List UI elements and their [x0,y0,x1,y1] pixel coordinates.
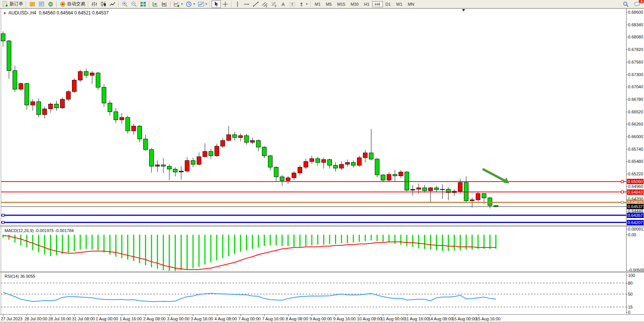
fibonacci-icon: F [271,1,277,7]
text-label-button[interactable]: T [288,0,297,8]
crosshair-button[interactable] [221,0,230,8]
time-axis[interactable]: 27 Jul 202328 Jul 00:0028 Jul 16:0031 Ju… [0,315,644,321]
panel-splitter[interactable] [0,225,644,227]
price-tick-label: 0.66520 [628,110,643,114]
time-tick [264,315,265,316]
signals-button[interactable] [46,0,55,8]
text-button[interactable]: A [279,0,288,8]
price-line-badge: 0.64843 [627,189,644,195]
shift-marker-icon[interactable] [462,9,465,11]
candle [250,138,255,145]
time-tick-label: 31 Jul 08:00 [72,317,95,321]
templates-button[interactable]: ▾ [196,0,209,8]
timeframe-h1-button[interactable]: H1 [361,1,372,7]
time-tick-label: 15 Aug 00:00 [452,317,477,321]
timeframe-d1-button[interactable]: D1 [383,1,394,7]
price-line-badge: 0.64207 [627,220,644,225]
equidistant-channel-button[interactable]: E [260,0,269,8]
timeframe-m30-button[interactable]: M30 [348,1,361,7]
panel-splitter[interactable] [0,271,644,273]
rsi-axis-label: 80 [628,281,633,285]
macd-panel[interactable] [0,227,626,271]
horizontal-line-button[interactable] [242,0,251,8]
candle [387,172,391,182]
price-chart[interactable] [0,8,626,225]
zoom-out-button[interactable] [129,0,139,8]
auto-scroll-button[interactable] [151,0,160,8]
time-tick-label: 15 Aug 16:00 [476,317,501,321]
time-tick-label: 2 Aug 08:00 [143,317,166,321]
line-handle[interactable] [2,214,4,216]
timeframe-m1-button[interactable]: M1 [312,1,323,7]
periods-button[interactable]: ▾ [184,0,196,8]
candle [84,68,88,78]
price-line-badge: 0.65060 [627,179,644,184]
chevron-down-icon: ▾ [181,2,183,6]
candle [328,159,332,169]
price-tick-label: 0.64960 [628,184,643,189]
axis-tick [626,161,628,162]
price-tick-label: 0.65480 [628,159,643,164]
chart-shift-button[interactable] [160,0,169,8]
time-tick-label: 11 Aug 16:00 [405,317,429,321]
horizontal-line-object[interactable] [1,201,626,204]
candle [48,102,53,113]
line-chart-mode-button[interactable] [108,0,117,8]
horizontal-line-object[interactable] [1,191,626,193]
candle [399,170,403,178]
svg-text:T: T [291,2,293,6]
line-handle[interactable] [2,221,4,224]
price-line-badge: 0.64357 [627,213,644,218]
horizontal-line-object[interactable] [1,180,626,183]
time-tick-label: 4 Aug 08:00 [215,317,237,321]
zoom-out-icon [131,1,137,7]
text-label-icon: T [289,1,295,7]
line-handle[interactable] [621,180,623,183]
candle [233,132,237,140]
time-tick-label: 14 Aug 08:00 [428,317,453,321]
vertical-line-button[interactable] [233,0,242,8]
rsi-indicator-label: RSI(14) 36.9055 [5,274,35,278]
timeframe-mn-button[interactable]: MN [405,1,417,7]
collapse-icon[interactable]: ▼ [3,11,6,15]
chevron-down-icon: ▾ [206,2,207,6]
indicators-button[interactable]: ▾ [172,0,184,8]
candle-chart-icon [100,1,107,7]
candle-chart-mode-button[interactable] [99,0,108,8]
bar-chart-mode-button[interactable] [90,0,99,8]
time-tick [312,315,312,316]
candle [226,126,231,141]
toolbar-separator [88,1,89,7]
zoom-in-button[interactable] [120,0,129,8]
candle [143,135,148,151]
price-tick-label: 0.65740 [628,147,643,151]
axis-tick [626,199,628,199]
line-handle[interactable] [621,201,623,204]
time-tick [336,315,336,316]
arrows-button[interactable]: ▾ [297,0,309,8]
autotrading-label: 自动交易 [67,1,85,7]
cursor-button[interactable] [212,0,221,8]
price-tick-label: 0.66260 [628,122,643,126]
new-order-button[interactable]: 新订单 [1,0,25,8]
data-window-button[interactable] [37,0,46,8]
market-watch-button[interactable] [28,0,37,8]
line-handle[interactable] [621,191,623,193]
price-axis[interactable]: 0.686000.683400.680800.678200.675600.673… [626,0,644,323]
timeframe-h4-button[interactable]: H4 [372,1,383,7]
candle [31,99,35,111]
fibonacci-button[interactable]: F [269,0,279,8]
timeframe-m5-button[interactable]: M5 [323,1,334,7]
timeframe-w1-button[interactable]: W1 [394,1,405,7]
autotrading-button[interactable]: 自动交易 [58,0,87,8]
horizontal-line-object[interactable] [1,214,626,216]
candle [7,40,11,79]
tile-windows-button[interactable] [139,0,148,8]
rsi-panel[interactable] [0,273,626,314]
horizontal-line-icon [244,1,250,7]
timeframe-m15-button[interactable]: M15 [335,1,348,7]
horizontal-line-object[interactable] [1,221,626,224]
candle [381,174,385,182]
trend-line-button[interactable] [251,0,260,8]
chart-area[interactable]: 0.686000.683400.680800.678200.675600.673… [0,0,644,323]
